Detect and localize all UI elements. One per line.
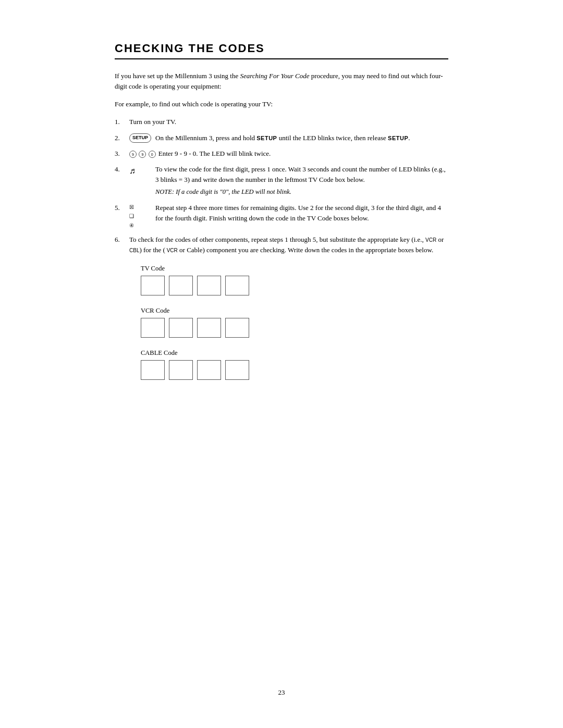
cable-code-section: CABLE Code: [141, 349, 448, 380]
step-1-text: Turn on your TV.: [129, 118, 176, 126]
step-3-content: Enter 9 - 9 - 0. The LED will blink twic…: [158, 149, 448, 159]
cable-code-box-3: [197, 360, 221, 380]
tv-code-box-1: [141, 276, 165, 295]
cbl-label: CBL: [129, 248, 139, 253]
setup-keyword-2: SETUP: [388, 135, 408, 141]
cable-code-box-2: [169, 360, 193, 380]
intro-paragraph-1: If you have set up the Millennium 3 usin…: [115, 71, 448, 92]
tv-code-box-2: [169, 276, 193, 295]
tv-code-section: TV Code: [141, 265, 448, 295]
step-6-number: 6.: [115, 235, 129, 255]
key-0-icon: 0: [149, 151, 156, 158]
page-title: CHECKING THE CODES: [115, 42, 448, 59]
vcr-label: VCR: [425, 237, 436, 243]
step-4-number: 4.: [115, 164, 129, 198]
setup-button-icon: SETUP: [129, 133, 151, 143]
step-1: 1. Turn on your TV.: [115, 117, 448, 127]
tv-code-box-3: [197, 276, 221, 295]
key-9b-icon: 9: [139, 151, 146, 158]
vcr-code-box-4: [225, 318, 249, 338]
vcr-code-label: VCR Code: [141, 307, 448, 315]
vcr-label-2: VCR: [165, 248, 178, 253]
step-2-icon: SETUP: [129, 133, 155, 143]
step-4-note: NOTE: If a code digit is "0", the LED wi…: [155, 187, 448, 197]
step-4-content: To view the code for the first digit, pr…: [155, 164, 448, 198]
vcr-code-box-1: [141, 318, 165, 338]
page-container: CHECKING THE CODES If you have set up th…: [104, 0, 459, 728]
step-5-content: Repeat step 4 three more times for remai…: [155, 203, 448, 230]
step-3-icon: 9 9 0: [129, 149, 158, 159]
step-2: 2. SETUP On the Millennium 3, press and …: [115, 133, 448, 143]
step-3-number: 3.: [115, 149, 129, 159]
step-6-content: To check for the codes of other componen…: [129, 235, 448, 255]
code-boxes-section: TV Code VCR Code CABLE Code: [141, 265, 448, 380]
step-5-icon: ☒ ❑ ④: [129, 203, 155, 230]
vcr-code-box-3: [197, 318, 221, 338]
cable-code-box-4: [225, 360, 249, 380]
tv-code-box-4: [225, 276, 249, 295]
step-4: 4. ♬ To view the code for the first digi…: [115, 164, 448, 198]
key-9-icons: 9 9 0: [129, 149, 156, 159]
step-5: 5. ☒ ❑ ④ Repeat step 4 three more times …: [115, 203, 448, 230]
steps-list: 1. Turn on your TV. 2. SETUP On the Mill…: [115, 117, 448, 255]
step-5-icon-x: ☒: [129, 203, 134, 212]
page-number: 23: [278, 688, 285, 697]
cable-code-box-1: [141, 360, 165, 380]
step-1-content: Turn on your TV.: [129, 117, 448, 127]
step-2-number: 2.: [115, 133, 129, 143]
step-2-content: On the Millennium 3, press and hold SETU…: [155, 133, 448, 143]
step-6: 6. To check for the codes of other compo…: [115, 235, 448, 255]
cable-code-boxes: [141, 360, 448, 380]
key-9a-icon: 9: [129, 151, 137, 158]
step-3: 3. 9 9 0 Enter 9 - 9 - 0. The LED will b…: [115, 149, 448, 159]
bell-icon: ♬: [129, 165, 136, 178]
vcr-code-box-2: [169, 318, 193, 338]
step-5-icon-box: ❑: [129, 212, 134, 220]
vcr-code-boxes: [141, 318, 448, 338]
tv-code-label: TV Code: [141, 265, 448, 273]
vcr-code-section: VCR Code: [141, 307, 448, 338]
tv-code-boxes: [141, 276, 448, 295]
step-5-icon-4: ④: [129, 221, 134, 230]
intro-paragraph-2: For example, to find out which code is o…: [115, 99, 448, 109]
step-5-number: 5.: [115, 203, 129, 230]
step-4-icon: ♬: [129, 164, 155, 198]
step-1-number: 1.: [115, 117, 129, 127]
setup-keyword-1: SETUP: [256, 135, 277, 141]
cable-code-label: CABLE Code: [141, 349, 448, 357]
